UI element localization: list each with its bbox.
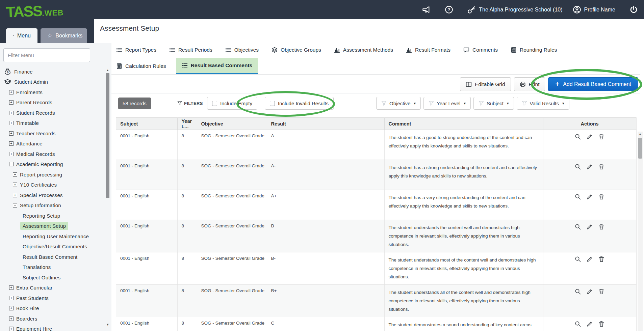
checkbox-icon[interactable]: [212, 101, 217, 106]
sidebar-item[interactable]: $ Finance: [0, 66, 105, 77]
sidebar-scroll-up-icon[interactable]: ▲: [106, 68, 110, 72]
edit-pencil-icon[interactable]: [586, 288, 593, 295]
expander-icon[interactable]: +: [13, 172, 17, 177]
expander-icon[interactable]: +: [9, 285, 14, 290]
sidebar-item[interactable]: Reporting Setup: [0, 211, 105, 221]
filter-menu-input[interactable]: [3, 48, 90, 62]
checkbox-icon[interactable]: [270, 101, 275, 106]
table-scroll-up-icon[interactable]: ▲: [638, 132, 643, 136]
delete-trash-icon[interactable]: [598, 256, 605, 263]
expander-icon[interactable]: +: [9, 90, 14, 94]
valid-results-filter-dropdown[interactable]: Valid Results ▾: [517, 97, 569, 110]
sidebar-item[interactable]: Translations: [0, 262, 105, 273]
sidebar-item[interactable]: + Past Students: [0, 293, 105, 303]
expander-icon[interactable]: +: [9, 141, 14, 146]
view-search-icon[interactable]: [574, 256, 581, 263]
edit-pencil-icon[interactable]: [586, 163, 593, 170]
sidebar-scrollbar-thumb[interactable]: [106, 73, 109, 198]
expander-icon[interactable]: +: [9, 327, 14, 331]
sidebar-item[interactable]: Subject Outlines: [0, 272, 105, 283]
tab[interactable]: Report Types: [116, 47, 156, 53]
expander-icon[interactable]: +: [9, 121, 14, 125]
sidebar-item[interactable]: + Book Hire: [0, 303, 105, 314]
objective-filter-dropdown[interactable]: Objective ▾: [376, 97, 421, 110]
expander-icon[interactable]: −: [9, 162, 14, 166]
sidebar-scroll-down-icon[interactable]: ▼: [106, 323, 110, 326]
tab[interactable]: Result Based Comments: [176, 58, 258, 74]
expander-icon[interactable]: +: [9, 306, 14, 310]
profile-menu[interactable]: Profile Name: [573, 5, 615, 14]
view-search-icon[interactable]: [574, 133, 581, 140]
sidebar-item[interactable]: + Student Records: [0, 108, 105, 118]
expander-icon[interactable]: +: [9, 131, 14, 136]
delete-trash-icon[interactable]: [598, 163, 605, 170]
view-search-icon[interactable]: [574, 163, 581, 170]
include-empty-checkbox[interactable]: Include Empty: [207, 97, 257, 110]
add-result-based-comment-button[interactable]: + Add Result Based Comment: [548, 77, 638, 91]
sidebar-item[interactable]: Result Based Comment: [0, 252, 105, 262]
view-search-icon[interactable]: [574, 288, 581, 295]
tab[interactable]: Objectives: [225, 47, 259, 53]
expander-icon[interactable]: +: [9, 100, 14, 105]
sidebar-item[interactable]: + Attendance: [0, 139, 105, 149]
expander-icon[interactable]: +: [9, 152, 14, 156]
col-year-level[interactable]: Year L...: [177, 118, 197, 130]
sidebar-item[interactable]: Assessment Setup: [0, 221, 105, 231]
sidebar-item[interactable]: + Equipment Hire: [0, 324, 105, 331]
tab-menu[interactable]: Menu: [6, 28, 37, 43]
school-selector[interactable]: The Alpha Progressive School (10): [467, 5, 562, 14]
edit-pencil-icon[interactable]: [586, 133, 593, 140]
sidebar-item[interactable]: + Enrolments: [0, 87, 105, 98]
col-result[interactable]: Result: [267, 118, 384, 130]
tab[interactable]: Calculation Rules: [116, 63, 166, 69]
print-button[interactable]: Print: [514, 77, 545, 91]
table-scrollbar-track[interactable]: [638, 132, 643, 331]
tab[interactable]: Objective Groups: [272, 47, 321, 53]
sidebar-item[interactable]: + Timetable: [0, 118, 105, 129]
table-scrollbar-thumb[interactable]: [638, 138, 642, 159]
tab[interactable]: Rounding Rules: [511, 47, 557, 53]
sidebar-item[interactable]: + Extra Curricular: [0, 283, 105, 293]
expander-icon[interactable]: +: [9, 111, 14, 115]
delete-trash-icon[interactable]: [598, 193, 605, 200]
col-comment[interactable]: Comment: [384, 118, 543, 130]
edit-pencil-icon[interactable]: [586, 321, 593, 327]
include-invalid-results-checkbox[interactable]: Include Invalid Results: [265, 97, 334, 110]
delete-trash-icon[interactable]: [598, 133, 605, 140]
help-icon[interactable]: ?: [445, 5, 453, 14]
logout-power-icon[interactable]: [629, 5, 638, 14]
expander-icon[interactable]: +: [13, 193, 17, 197]
sidebar-item[interactable]: + Boarders: [0, 313, 105, 324]
view-search-icon[interactable]: [574, 223, 581, 230]
view-search-icon[interactable]: [574, 193, 581, 200]
tab[interactable]: Comments: [463, 47, 498, 53]
sidebar-item[interactable]: − Academic Reporting: [0, 159, 105, 170]
sidebar-item[interactable]: + Special Processes: [0, 190, 105, 200]
edit-pencil-icon[interactable]: [586, 193, 593, 200]
delete-trash-icon[interactable]: [598, 321, 605, 327]
year-level-filter-dropdown[interactable]: Year Level ▾: [423, 97, 471, 110]
sidebar-item[interactable]: + Report processing: [0, 169, 105, 180]
tab[interactable]: Result Formats: [406, 47, 450, 53]
edit-pencil-icon[interactable]: [586, 223, 593, 230]
sidebar-item[interactable]: + Parent Records: [0, 98, 105, 108]
edit-pencil-icon[interactable]: [586, 256, 593, 263]
expander-icon[interactable]: +: [13, 183, 17, 187]
col-subject[interactable]: Subject: [116, 118, 177, 130]
sidebar-item[interactable]: Student Admin: [0, 77, 105, 87]
expander-icon[interactable]: +: [9, 296, 14, 300]
tab-bookmarks[interactable]: ☆ Bookmarks: [41, 28, 87, 43]
sidebar-item[interactable]: + Teacher Records: [0, 128, 105, 139]
sidebar-item[interactable]: − Setup Information: [0, 200, 105, 211]
sidebar-item[interactable]: Objective/Result Comments: [0, 242, 105, 252]
expander-icon[interactable]: −: [13, 203, 17, 208]
sidebar-item[interactable]: + Y10 Certificates: [0, 180, 105, 190]
editable-grid-button[interactable]: Editable Grid: [460, 77, 511, 91]
tab[interactable]: Result Periods: [169, 47, 212, 53]
expander-icon[interactable]: +: [9, 316, 14, 321]
megaphone-icon[interactable]: [422, 5, 431, 14]
subject-filter-dropdown[interactable]: Subject ▾: [473, 97, 514, 110]
tab[interactable]: Assessment Methods: [334, 47, 393, 53]
delete-trash-icon[interactable]: [598, 223, 605, 230]
col-objective[interactable]: Objective: [197, 118, 267, 130]
